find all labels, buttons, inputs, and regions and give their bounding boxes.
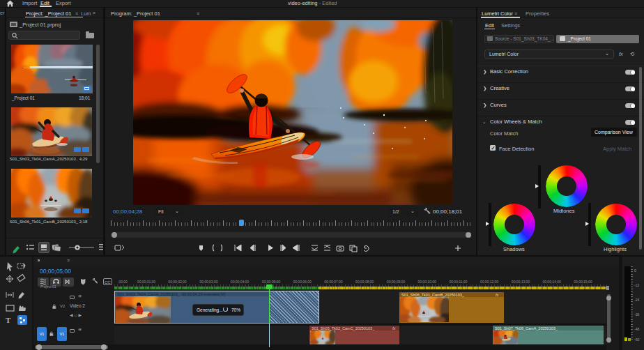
svg-text:T: T	[6, 316, 11, 324]
svg-text:CC: CC	[105, 280, 111, 284]
